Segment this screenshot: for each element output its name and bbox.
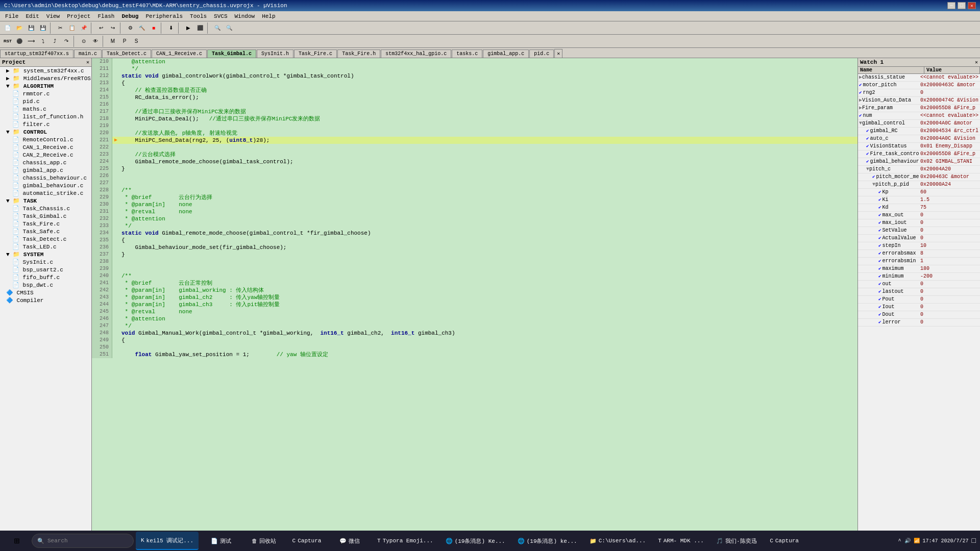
- taskbar-app-chrome1[interactable]: 🌐 (19条消息) Ke...: [440, 532, 510, 550]
- debug-stop-btn[interactable]: ⬛: [194, 22, 206, 34]
- tree-task-gimbal[interactable]: 📄 Task_Gimbal.c: [0, 212, 91, 220]
- watch-row-iout[interactable]: ✔ Iout 0: [858, 304, 980, 311]
- watch-row-minimum[interactable]: ✔ minimum -200: [858, 273, 980, 281]
- debug-start-btn[interactable]: ▶: [183, 22, 194, 34]
- menu-svcs[interactable]: SVCS: [211, 12, 230, 20]
- undo-btn[interactable]: ↩: [95, 22, 107, 34]
- step-over-btn[interactable]: ⟶: [26, 36, 37, 47]
- run-to-cursor-btn[interactable]: ↷: [61, 36, 72, 47]
- watch-btn[interactable]: 👁: [90, 36, 101, 47]
- tab-task-fire-c[interactable]: Task_Fire.c: [294, 49, 337, 58]
- tree-cmsis[interactable]: 🔷 CMSIS: [0, 289, 91, 296]
- watch-row-gimbal-control[interactable]: ▼ gimbal_control 0x20004A0C &motor: [858, 120, 980, 128]
- menu-debug[interactable]: Debug: [118, 12, 141, 20]
- tree-task-fire[interactable]: 📄 Task_Fire.c: [0, 220, 91, 228]
- watch-row-actualvalue[interactable]: ✔ ActualValue 0: [858, 235, 980, 242]
- download-btn[interactable]: ⬇: [165, 22, 177, 34]
- tab-tasks[interactable]: tasks.c: [452, 49, 482, 58]
- tab-sysinit[interactable]: SysInit.h: [257, 49, 293, 58]
- taskbar-app-captura1[interactable]: C Captura: [286, 532, 327, 550]
- menu-flash[interactable]: Flash: [94, 12, 117, 20]
- taskbar-app-chrome2[interactable]: 🌐 (19条消息) ke...: [512, 532, 582, 550]
- menu-view[interactable]: View: [43, 12, 63, 20]
- tree-compiler[interactable]: 🔷 Compiler: [0, 296, 91, 304]
- tab-gimbal-app[interactable]: gimbal_app.c: [483, 49, 529, 58]
- tree-remote-control[interactable]: 📄 RemoteControl.c: [0, 136, 91, 143]
- watch-row-pitch-c[interactable]: ▼ pitch_c 0x20004A20: [858, 166, 980, 173]
- paste-btn[interactable]: 📌: [78, 22, 89, 34]
- maximize-button[interactable]: □: [958, 2, 966, 9]
- build-btn[interactable]: ⚙: [125, 22, 136, 34]
- watch-row-errorabsmin[interactable]: ✔ errorabsmin 1: [858, 258, 980, 265]
- tree-rmmtor[interactable]: 📄 rmmtor.c: [0, 90, 91, 97]
- watch-row-chassis-statue[interactable]: ▶ chassis_statue <<cannot evaluate>>: [858, 74, 980, 82]
- tree-algorithm[interactable]: ▼ 📁 ALGORITHM: [0, 82, 91, 90]
- tree-system[interactable]: ▶ 📁 system_stm32f4xx.c: [0, 67, 91, 74]
- start-button[interactable]: ⊞: [4, 532, 30, 550]
- memory-btn[interactable]: M: [107, 36, 118, 47]
- tab-can1-receive[interactable]: CAN_1_Receive.c: [152, 49, 207, 58]
- open-btn[interactable]: 📂: [14, 22, 25, 34]
- new-file-btn[interactable]: 📄: [2, 22, 13, 34]
- tab-hal-gpio[interactable]: stm32f4xx_hal_gpio.c: [381, 49, 451, 58]
- cut-btn[interactable]: ✂: [55, 22, 66, 34]
- watch-row-gimbal-beh[interactable]: ✔ gimbal_behaviour 0x02 GIMBAL_STANI: [858, 158, 980, 166]
- watch-row-rng2[interactable]: ✔ rng2 0: [858, 89, 980, 97]
- taskbar-app-recycle[interactable]: 🗑 回收站: [243, 532, 284, 550]
- taskbar-app-keil[interactable]: K keil5 调试记...: [136, 532, 199, 550]
- redo-btn[interactable]: ↪: [107, 22, 118, 34]
- taskbar-app-test[interactable]: 📄 测试: [201, 532, 241, 550]
- project-close-icon[interactable]: ✕: [86, 59, 89, 65]
- watch-row-motor-pitch[interactable]: ✔ motor_pitch 0x20000463C &motor: [858, 82, 980, 89]
- taskbar-app-music[interactable]: 🎵 我们·陈奕迅: [711, 532, 762, 550]
- tab-startup[interactable]: startup_stm32f407xx.s: [0, 49, 74, 58]
- tab-task-detect[interactable]: Task_Detect.c: [102, 49, 151, 58]
- tree-filter[interactable]: 📄 filter.c: [0, 120, 91, 128]
- zoom-out-btn[interactable]: 🔍: [224, 22, 235, 34]
- zoom-in-btn[interactable]: 🔍: [212, 22, 223, 34]
- menu-project[interactable]: Project: [64, 12, 93, 20]
- tree-gimbal-app[interactable]: 📄 gimbal_app.c: [0, 166, 91, 174]
- watch-row-dout[interactable]: ✔ Dout 0: [858, 311, 980, 319]
- watch-row-fire-param[interactable]: ▶ Fire_param 0x200055D8 &Fire_p: [858, 105, 980, 112]
- save-all-btn[interactable]: 💾: [37, 22, 48, 34]
- taskbar-search[interactable]: 🔍 Search: [32, 534, 134, 548]
- run-btn[interactable]: ⚫: [14, 36, 25, 47]
- save-btn[interactable]: 💾: [26, 22, 37, 34]
- tab-main[interactable]: main.c: [74, 49, 102, 58]
- rebuild-btn[interactable]: 🔨: [136, 22, 148, 34]
- tree-task-safe[interactable]: 📄 Task_Safe.c: [0, 228, 91, 235]
- tree-task-chassis[interactable]: 📄 Task_Chassis.c: [0, 205, 91, 212]
- watch-row-errorabsmax[interactable]: ✔ errorabsmax 8: [858, 250, 980, 258]
- tree-task[interactable]: ▼ 📁 TASK: [0, 197, 91, 205]
- tree-gimbal-beh[interactable]: 📄 gimbal_behaviour.c: [0, 182, 91, 189]
- taskbar-app-word[interactable]: T ARM- MDK ...: [653, 532, 709, 550]
- tree-middlewares[interactable]: ▶ 📁 Middlewares/FreeRTOS: [0, 74, 91, 82]
- watch-row-pitch-p-pid[interactable]: ▼ pitch_p_pid 0x20000A24: [858, 181, 980, 189]
- tree-task-led[interactable]: 📄 Task_LED.c: [0, 243, 91, 251]
- tree-chassis-beh[interactable]: 📄 chassis_behaviour.c: [0, 174, 91, 182]
- watch-row-lastout[interactable]: ✔ lastout 0: [858, 288, 980, 296]
- tray-notification[interactable]: □: [972, 537, 976, 545]
- watch-row-vision-status[interactable]: ✔ VisionStatus 0x01 Enemy_Disapp: [858, 143, 980, 151]
- watch-row-setvalue[interactable]: ✔ SetValue 0: [858, 227, 980, 235]
- watch-close-icon[interactable]: ✕: [975, 59, 978, 65]
- close-button[interactable]: ✕: [968, 2, 976, 9]
- watch-row-kd[interactable]: ✔ Kd 75: [858, 204, 980, 212]
- menu-tools[interactable]: Tools: [187, 12, 210, 20]
- tree-chassis-app[interactable]: 📄 chassis_app.c: [0, 159, 91, 166]
- watch-row-num[interactable]: ✔ num <<cannot evaluate>>: [858, 112, 980, 120]
- tab-close[interactable]: ✕: [554, 49, 562, 58]
- watch-row-maximum[interactable]: ✔ maximum 180: [858, 265, 980, 273]
- tree-maths[interactable]: 📄 maths.c: [0, 105, 91, 113]
- watch-row-out[interactable]: ✔ out 0: [858, 281, 980, 288]
- minimize-button[interactable]: —: [947, 2, 955, 9]
- tree-can2[interactable]: 📄 CAN_2_Receive.c: [0, 151, 91, 159]
- watch-row-auto-c[interactable]: ✔ auto_c 0x20004A0C &Vision: [858, 135, 980, 143]
- menu-window[interactable]: Window: [232, 12, 258, 20]
- tree-fifo-buff[interactable]: 📄 fifo_buff.c: [0, 273, 91, 281]
- tab-task-gimbal[interactable]: Task_Gimbal.c: [207, 49, 256, 58]
- tab-task-fire-h[interactable]: Task_Fire.h: [337, 49, 380, 58]
- tree-task-detect[interactable]: 📄 Task_Detect.c: [0, 235, 91, 243]
- tree-bsp-dwt[interactable]: 📄 bsp_dwt.c: [0, 281, 91, 289]
